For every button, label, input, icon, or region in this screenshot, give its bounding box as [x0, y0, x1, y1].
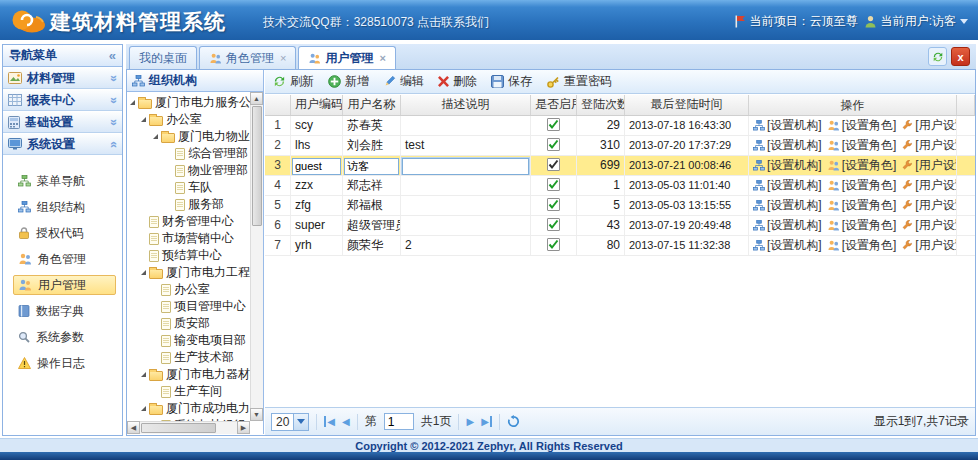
col-operations[interactable]: 操作: [749, 95, 957, 115]
col-description[interactable]: 描述说明: [401, 95, 531, 115]
table-row[interactable]: 4 zzx 郑志祥 1 2013-05-03 11:01:40 [设置机构] […: [265, 176, 975, 196]
tree-vertical-scrollbar[interactable]: ▲ ▼: [250, 92, 263, 421]
reload-icon[interactable]: [507, 415, 520, 428]
tree-node[interactable]: 市场营销中心: [127, 230, 250, 247]
tree-node[interactable]: 办公室: [127, 111, 250, 128]
set-org-link[interactable]: [设置机构]: [753, 116, 822, 135]
table-row[interactable]: 5 zfg 郑福根 5 2013-05-03 13:15:55 [设置机构] […: [265, 196, 975, 216]
sidebar-item-org-structure[interactable]: 组织结构: [13, 197, 116, 217]
scroll-right-icon[interactable]: ▶: [237, 421, 250, 434]
col-user-name[interactable]: 用户名称: [343, 95, 401, 115]
tree-node[interactable]: 预结算中心: [127, 247, 250, 264]
set-org-link[interactable]: [设置机构]: [753, 236, 822, 255]
set-org-link[interactable]: [设置机构]: [753, 156, 822, 175]
user-setting-link[interactable]: [用户设置]: [901, 116, 957, 135]
prev-page-button[interactable]: ◀: [342, 416, 350, 427]
collapse-sidebar-icon[interactable]: «: [109, 45, 116, 66]
user-setting-link[interactable]: [用户设置]: [901, 156, 957, 175]
tree-node[interactable]: 输变电项目部: [127, 332, 250, 349]
set-role-link[interactable]: [设置角色]: [827, 116, 897, 135]
tree-node[interactable]: 物业管理部: [127, 162, 250, 179]
tab-my-desktop[interactable]: 我的桌面: [129, 46, 197, 69]
refresh-button[interactable]: 刷新: [273, 73, 314, 90]
tree-node[interactable]: 财务管理中心: [127, 213, 250, 230]
sidebar-item-auth-code[interactable]: 授权代码: [13, 223, 116, 243]
current-project[interactable]: 当前项目：云顶至尊: [734, 13, 858, 30]
user-setting-link[interactable]: [用户设置]: [901, 216, 957, 235]
user-setting-link[interactable]: [用户设置]: [901, 196, 957, 215]
sidebar-section-system-settings[interactable]: 系统设置 «: [3, 133, 122, 155]
col-user-code[interactable]: 用户编码: [291, 95, 343, 115]
sidebar-section-base-settings[interactable]: 基础设置 «: [3, 111, 122, 133]
scroll-down-icon[interactable]: ▼: [250, 408, 263, 421]
col-last-login[interactable]: 最后登陆时间: [625, 95, 749, 115]
user-setting-link[interactable]: [用户设置]: [901, 176, 957, 195]
set-role-link[interactable]: [设置角色]: [827, 176, 897, 195]
user-setting-link[interactable]: [用户设置]: [901, 236, 957, 255]
tree-node[interactable]: 车队: [127, 179, 250, 196]
tree-node[interactable]: 质安部: [127, 315, 250, 332]
expand-icon[interactable]: [130, 100, 135, 105]
edit-user-code-input[interactable]: [292, 158, 341, 175]
table-row[interactable]: 1 scy 苏春英 29 2013-07-18 16:43:30 [设置机构] …: [265, 116, 975, 136]
sidebar-item-menu-nav[interactable]: 菜单导航: [13, 171, 116, 191]
expand-icon[interactable]: [141, 372, 146, 377]
expand-icon[interactable]: [141, 406, 146, 411]
close-tab-icon[interactable]: ×: [280, 47, 286, 69]
table-row[interactable]: 7 yrh 颜荣华 2 80 2013-07-15 11:32:38 [设置机构…: [265, 236, 975, 256]
edit-description-input[interactable]: [402, 158, 529, 175]
expand-icon[interactable]: [141, 117, 146, 122]
reset-password-button[interactable]: 重置密码: [546, 73, 612, 90]
page-size-select[interactable]: 20: [271, 413, 309, 431]
set-org-link[interactable]: [设置机构]: [753, 216, 822, 235]
set-org-link[interactable]: [设置机构]: [753, 196, 822, 215]
tree-node[interactable]: 生产车间: [127, 383, 250, 400]
edit-user-name-input[interactable]: [344, 158, 399, 175]
table-row[interactable]: 6 super 超级管理员 43 2013-07-19 20:49:48 [设置…: [265, 216, 975, 236]
tree-node[interactable]: 综合管理部: [127, 145, 250, 162]
add-button[interactable]: 新增: [328, 73, 369, 90]
save-button[interactable]: 保存: [491, 73, 532, 90]
col-enabled[interactable]: 是否启用: [531, 95, 577, 115]
next-page-button[interactable]: ▶: [466, 416, 474, 427]
tab-user-manage[interactable]: 用户管理 ×: [298, 46, 395, 69]
tree-node[interactable]: 厦门市电力器材有限公司: [127, 366, 250, 383]
expand-icon[interactable]: [153, 134, 158, 139]
edit-button[interactable]: 编辑: [383, 73, 424, 90]
set-role-link[interactable]: [设置角色]: [827, 216, 897, 235]
sidebar-item-op-log[interactable]: 操作日志: [13, 353, 116, 373]
set-role-link[interactable]: [设置角色]: [827, 236, 897, 255]
set-org-link[interactable]: [设置机构]: [753, 176, 822, 195]
current-user[interactable]: 当前用户:访客: [864, 13, 968, 30]
sidebar-item-data-dict[interactable]: 数据字典: [13, 301, 116, 321]
close-tab-icon[interactable]: ×: [379, 47, 385, 69]
set-org-link[interactable]: [设置机构]: [753, 136, 822, 155]
tree-node[interactable]: 厦门市电力服务公司: [127, 94, 250, 111]
table-row-editing[interactable]: 3 699 2013-07-21 00:08:46 [设置机构] [设置角色] …: [265, 156, 975, 176]
sidebar-item-user-manage[interactable]: 用户管理: [13, 275, 116, 295]
select-dropdown-icon[interactable]: [293, 414, 308, 430]
sidebar-item-role-manage[interactable]: 角色管理: [13, 249, 116, 269]
sidebar-section-material[interactable]: 材料管理 «: [3, 67, 122, 89]
tree-node[interactable]: 服务部: [127, 196, 250, 213]
table-row[interactable]: 2 lhs 刘会胜 test 310 2013-07-20 17:37:29 […: [265, 136, 975, 156]
tree-node[interactable]: 厦门市电力工程有限公司: [127, 264, 250, 281]
set-role-link[interactable]: [设置角色]: [827, 196, 897, 215]
refresh-tabs-button[interactable]: [928, 47, 947, 66]
scroll-left-icon[interactable]: ◀: [127, 421, 140, 434]
tree-node[interactable]: 项目管理中心: [127, 298, 250, 315]
scrollbar-thumb[interactable]: [252, 106, 262, 226]
scrollbar-thumb[interactable]: [141, 423, 216, 433]
set-role-link[interactable]: [设置角色]: [827, 136, 897, 155]
sidebar-section-report[interactable]: 报表中心 «: [3, 89, 122, 111]
sidebar-item-sys-param[interactable]: 系统参数: [13, 327, 116, 347]
scroll-up-icon[interactable]: ▲: [250, 92, 263, 105]
col-login-count[interactable]: 登陆次数: [577, 95, 625, 115]
enabled-checkbox[interactable]: [547, 158, 560, 171]
tab-role-manage[interactable]: 角色管理 ×: [199, 46, 296, 69]
first-page-button[interactable]: ◀: [324, 416, 335, 427]
qq-contact-text[interactable]: 技术交流QQ群：328510073 点击联系我们: [263, 14, 489, 31]
tree-node[interactable]: 生产技术部: [127, 349, 250, 366]
tree-node[interactable]: 厦门市成功电力勘察设计: [127, 400, 250, 417]
chevron-down-icon[interactable]: [960, 19, 968, 24]
